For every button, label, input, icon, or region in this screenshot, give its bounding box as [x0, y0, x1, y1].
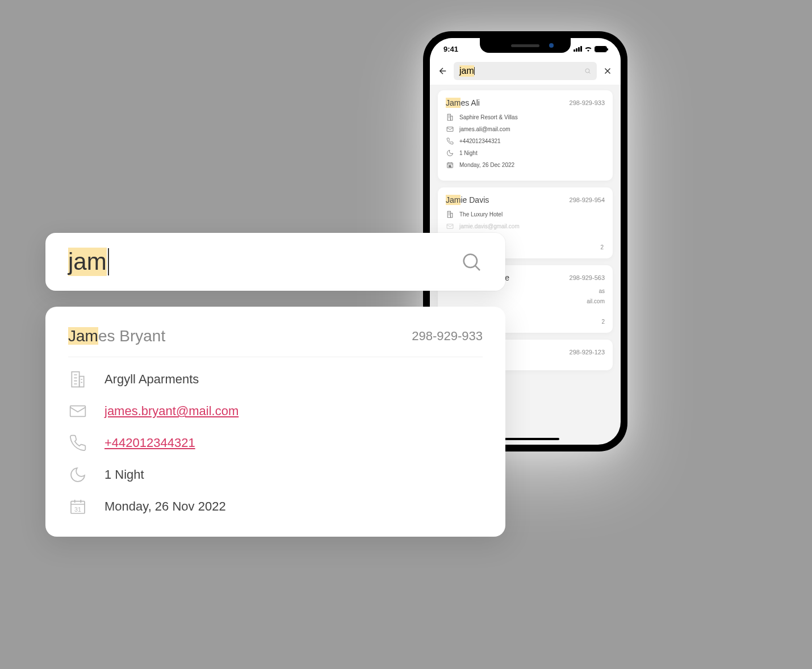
svg-rect-7 — [450, 213, 452, 218]
result-name: James Ali — [446, 98, 480, 107]
calendar-icon: 31 — [68, 497, 87, 516]
search-text-highlight: jam — [459, 65, 474, 77]
svg-point-9 — [464, 254, 477, 267]
mail-icon — [446, 125, 454, 133]
calendar-icon: 31 — [446, 161, 454, 169]
building-icon — [446, 113, 454, 121]
result-id: 298-929-933 — [570, 99, 605, 106]
svg-rect-6 — [447, 211, 450, 218]
svg-rect-3 — [447, 127, 453, 131]
detail-name: James Bryant — [68, 327, 165, 345]
search-highlight: jam — [68, 248, 107, 276]
detail-nights: 1 Night — [104, 467, 144, 482]
svg-rect-11 — [79, 377, 84, 387]
result-id: 298-929-563 — [570, 274, 605, 281]
phone-notch — [480, 38, 571, 53]
detail-phone-link[interactable]: +442012344321 — [104, 436, 195, 450]
result-date: Monday, 26 Dec 2022 — [459, 162, 514, 168]
text-cursor — [108, 248, 109, 275]
svg-rect-12 — [70, 406, 86, 417]
result-property: The Luxury Hotel — [459, 211, 503, 218]
phone-icon — [446, 137, 454, 145]
svg-rect-8 — [447, 224, 453, 228]
svg-rect-10 — [72, 372, 79, 387]
result-id: 298-929-954 — [570, 196, 605, 203]
result-phone: +442012344321 — [459, 138, 501, 144]
mail-icon — [68, 402, 87, 421]
signal-icon — [574, 46, 582, 52]
detail-email-link[interactable]: james.bryant@mail.com — [104, 404, 238, 419]
result-property: Saphire Resort & Villas — [459, 114, 518, 120]
wifi-icon — [584, 46, 592, 52]
building-icon — [446, 210, 454, 218]
back-button[interactable] — [438, 66, 448, 76]
result-card[interactable]: James Ali 298-929-933 Saphire Resort & V… — [438, 90, 613, 181]
moon-icon — [446, 149, 454, 157]
search-icon — [460, 250, 483, 273]
phone-icon — [68, 433, 87, 453]
search-icon — [584, 68, 591, 74]
moon-icon — [68, 465, 87, 484]
detail-card: James Bryant 298-929-933 Argyll Aparment… — [45, 307, 505, 537]
svg-text:31: 31 — [449, 164, 451, 167]
detail-date: Monday, 26 Nov 2022 — [104, 499, 226, 514]
partial-text: as — [598, 288, 605, 294]
detail-id: 298-929-933 — [412, 329, 483, 344]
result-email: james.ali@mail.com — [459, 126, 510, 132]
close-button[interactable] — [602, 66, 613, 76]
building-icon — [68, 370, 87, 389]
detail-property: Argyll Aparments — [104, 372, 199, 387]
search-bar[interactable]: jam — [45, 233, 505, 291]
svg-rect-2 — [450, 116, 452, 120]
svg-rect-1 — [447, 114, 450, 120]
result-nights: 1 Night — [459, 150, 478, 156]
text-cursor — [474, 67, 475, 75]
svg-point-0 — [585, 69, 589, 73]
phone-search-input[interactable]: jam — [454, 62, 597, 80]
svg-text:31: 31 — [74, 506, 81, 513]
status-time: 9:41 — [443, 45, 458, 53]
mail-icon — [446, 222, 454, 230]
battery-icon — [595, 46, 607, 52]
phone-header: jam — [430, 57, 621, 85]
result-id: 298-929-123 — [570, 349, 605, 356]
result-email: jamie.davis@gmail.com — [459, 223, 520, 229]
result-name: Jamie Davis — [446, 195, 489, 204]
partial-text: ail.com — [587, 298, 605, 304]
